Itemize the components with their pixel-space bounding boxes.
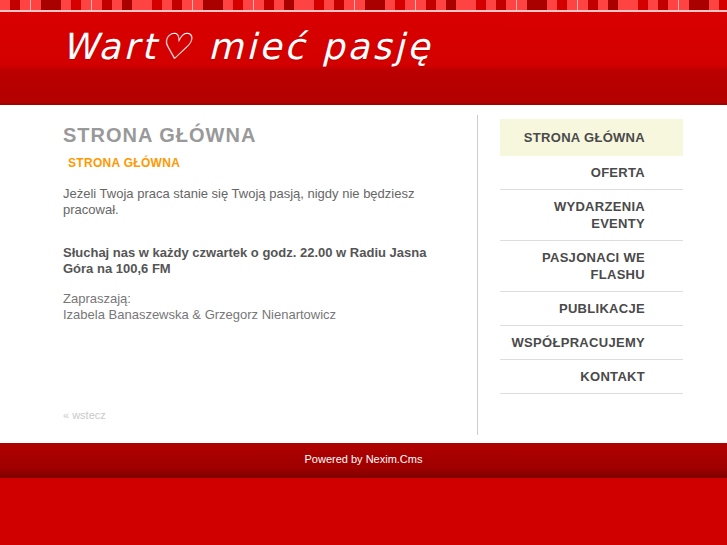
breadcrumb-link[interactable]: STRONA GŁÓWNA: [68, 156, 180, 170]
radio-announcement-text: Słuchaj nas w każdy czwartek o godz. 22.…: [63, 245, 459, 277]
content-area: STRONA GŁÓWNA STRONA GŁÓWNA Jeżeli Twoja…: [0, 105, 727, 443]
menu-item-oferta[interactable]: OFERTA: [500, 156, 683, 190]
menu-item-kontakt[interactable]: KONTAKT: [500, 360, 683, 394]
menu-item-pasjonaci-we-flashu[interactable]: PASJONACI WE FLASHU: [500, 241, 683, 292]
menu-item-wydarzenia-eventy[interactable]: WYDARZENIA EVENTY: [500, 190, 683, 241]
main-column: STRONA GŁÓWNA STRONA GŁÓWNA Jeżeli Twoja…: [0, 105, 477, 443]
site-header: Wart♡ mieć pasję: [0, 12, 727, 105]
page-title: STRONA GŁÓWNA: [63, 124, 459, 147]
hosts-names: Izabela Banaszewska & Grzegorz Nienartow…: [63, 307, 459, 323]
menu-item-strona-glowna[interactable]: STRONA GŁÓWNA: [500, 119, 683, 156]
site-logo[interactable]: Wart♡ mieć pasję: [62, 26, 432, 67]
decorative-pattern-strip: [0, 0, 727, 12]
footer-bar: Powered by Nexim.Cms: [0, 443, 727, 478]
sidebar: STRONA GŁÓWNA OFERTA WYDARZENIA EVENTY P…: [500, 119, 683, 394]
menu-item-publikacje[interactable]: PUBLIKACJE: [500, 292, 683, 326]
hosts-block: Zapraszają: Izabela Banaszewska & Grzego…: [63, 291, 459, 323]
menu-item-wspolpracujemy[interactable]: WSPÓŁPRACUJEMY: [500, 326, 683, 360]
vertical-divider: [477, 115, 478, 435]
page: Wart♡ mieć pasję STRONA GŁÓWNA STRONA GŁ…: [0, 0, 727, 545]
bottom-red-band: [0, 478, 727, 545]
intro-text: Jeżeli Twoja praca stanie się Twoją pasj…: [63, 186, 459, 218]
main-menu: STRONA GŁÓWNA OFERTA WYDARZENIA EVENTY P…: [500, 119, 683, 394]
hosts-label: Zapraszają:: [63, 291, 459, 307]
back-link[interactable]: « wstecz: [63, 409, 106, 421]
powered-by-link[interactable]: Powered by Nexim.Cms: [305, 453, 423, 465]
